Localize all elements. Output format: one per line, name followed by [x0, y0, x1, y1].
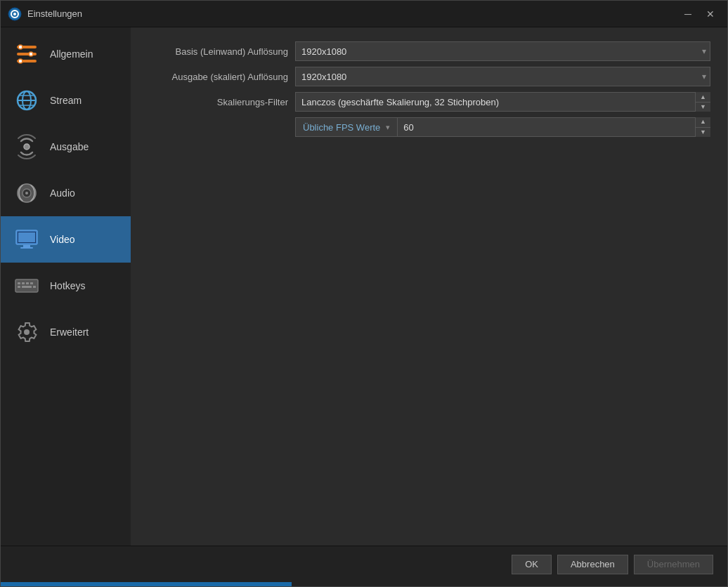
fps-label-text: Übliche FPS Werte [303, 122, 380, 133]
ausgabe-select-wrapper: 1920x1080 1280x720 2560x1440 ▾ [295, 67, 710, 86]
close-button[interactable]: ✕ [701, 6, 720, 22]
skalierung-spinners: ▲ ▼ [695, 92, 710, 112]
audio-icon [12, 178, 41, 208]
svg-point-7 [29, 52, 33, 56]
svg-point-14 [24, 144, 30, 150]
svg-point-17 [25, 192, 28, 194]
ubernehmen-button[interactable]: Übernehmen [634, 555, 713, 574]
ausgabe-row: Ausgabe (skaliert) Auflösung 1920x1080 1… [148, 67, 710, 86]
sidebar: Allgemein Stream [1, 27, 131, 546]
svg-rect-29 [22, 286, 32, 288]
footer: OK Abbrechen Übernehmen [1, 546, 727, 582]
ausgabe-label: Ausgabe (skaliert) Auflösung [148, 72, 295, 82]
ausgabe-resolution-select[interactable]: 1920x1080 1280x720 2560x1440 [295, 67, 710, 86]
basis-label: Basis (Leinwand) Auflösung [148, 46, 295, 57]
sidebar-label-video: Video [50, 234, 75, 245]
sidebar-item-allgemein[interactable]: Allgemein [1, 31, 131, 77]
sidebar-item-erweitert[interactable]: Erweitert [1, 309, 131, 355]
sidebar-label-ausgabe: Ausgabe [50, 141, 89, 152]
skalierung-down-button[interactable]: ▼ [696, 103, 710, 112]
fps-label-button[interactable]: Übliche FPS Werte ▾ [295, 117, 398, 137]
skalierung-filter-select[interactable]: Lanczos (geschärfte Skalierung, 32 Stich… [295, 92, 710, 112]
fps-up-button[interactable]: ▲ [696, 117, 710, 128]
svg-rect-21 [20, 247, 33, 249]
basis-resolution-select[interactable]: 1920x1080 1280x720 2560x1440 [295, 41, 710, 61]
settings-window: Einstellungen ─ ✕ [0, 0, 728, 587]
fps-input-wrapper: ▲ ▼ [398, 117, 710, 137]
tools-icon [12, 39, 41, 69]
svg-rect-20 [23, 245, 30, 247]
fps-down-button[interactable]: ▼ [696, 128, 710, 138]
fps-spinners: ▲ ▼ [695, 117, 710, 137]
svg-point-8 [18, 59, 22, 63]
bottom-bar [1, 582, 727, 586]
svg-rect-4 [17, 53, 37, 55]
svg-rect-24 [18, 282, 20, 284]
minimize-button[interactable]: ─ [678, 6, 698, 22]
svg-rect-27 [30, 282, 33, 284]
ok-button[interactable]: OK [512, 555, 552, 574]
keyboard-icon [12, 271, 41, 301]
skalierung-label: Skalierungs-Filter [148, 97, 295, 107]
sidebar-item-video[interactable]: Video [1, 216, 131, 263]
sidebar-label-audio: Audio [50, 187, 75, 199]
skalierung-select-wrapper: Lanczos (geschärfte Skalierung, 32 Stich… [295, 92, 710, 112]
sidebar-item-stream[interactable]: Stream [1, 77, 131, 124]
svg-rect-28 [18, 286, 20, 288]
window-title: Einstellungen [27, 8, 82, 19]
sidebar-item-hotkeys[interactable]: Hotkeys [1, 263, 131, 309]
svg-point-2 [13, 13, 16, 15]
sidebar-label-erweitert: Erweitert [50, 327, 89, 338]
sidebar-label-stream: Stream [50, 95, 82, 106]
sidebar-label-hotkeys: Hotkeys [50, 280, 86, 291]
sidebar-label-allgemein: Allgemein [50, 48, 93, 60]
fps-dropdown-icon: ▾ [386, 123, 390, 132]
abbrechen-button[interactable]: Abbrechen [557, 555, 628, 574]
svg-rect-22 [18, 232, 35, 242]
titlebar-left: Einstellungen [8, 7, 82, 21]
titlebar: Einstellungen ─ ✕ [1, 1, 727, 27]
broadcast-icon [12, 132, 41, 161]
svg-point-6 [18, 45, 22, 49]
skalierung-row: Skalierungs-Filter Lanczos (geschärfte S… [148, 92, 710, 112]
svg-rect-26 [26, 282, 29, 284]
content-area: Allgemein Stream [1, 27, 727, 546]
gear-icon [12, 317, 41, 347]
monitor-icon [12, 225, 41, 254]
fps-row: Übliche FPS Werte ▾ ▲ ▼ [148, 117, 710, 137]
main-panel: Basis (Leinwand) Auflösung 1920x1080 128… [131, 27, 727, 546]
globe-icon [12, 86, 41, 115]
titlebar-controls: ─ ✕ [678, 6, 720, 22]
sidebar-item-audio[interactable]: Audio [1, 170, 131, 216]
skalierung-up-button[interactable]: ▲ [696, 92, 710, 103]
sidebar-item-ausgabe[interactable]: Ausgabe [1, 124, 131, 170]
basis-select-wrapper: 1920x1080 1280x720 2560x1440 ▾ [295, 41, 710, 61]
svg-rect-30 [33, 286, 36, 288]
fps-value-input[interactable] [398, 117, 710, 137]
basis-row: Basis (Leinwand) Auflösung 1920x1080 128… [148, 41, 710, 61]
app-icon [8, 7, 22, 21]
svg-rect-25 [22, 282, 25, 284]
